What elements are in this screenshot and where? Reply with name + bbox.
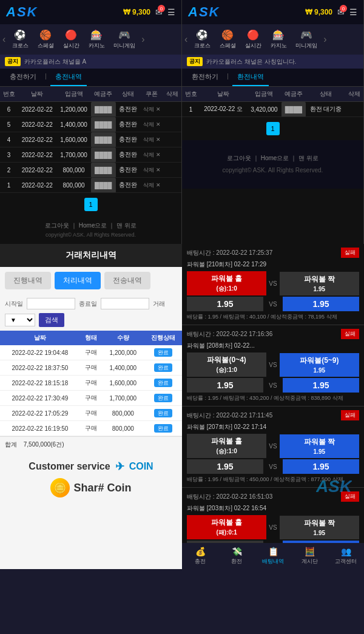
col-status: 상태: [116, 87, 140, 102]
bet-fail-btn[interactable]: 실패: [341, 248, 359, 258]
bnav-refund[interactable]: 💸 환전: [218, 545, 255, 567]
col-delete: 삭제: [164, 87, 181, 102]
trans-table: 날짜 형태 수량 진행상태 2022-02-22 19:04:48 구매 1,2…: [0, 331, 182, 436]
bet-info: 배당률 : 1.95 / 배팅금액 : 40,100 / 예상적중금액 : 78…: [187, 313, 359, 321]
col-amount: 입금액: [56, 87, 91, 102]
right-special-icon: 🏀: [221, 29, 234, 41]
top-link[interactable]: 맨 위로: [116, 222, 136, 229]
special-icon: 🏀: [39, 29, 52, 41]
bet-round: 파워볼 [210회차] 02-22 17:29: [187, 260, 359, 269]
nav-cross[interactable]: ⚽ 크로스: [8, 28, 32, 51]
left-mail-btn[interactable]: ✉ 0: [155, 7, 163, 17]
ref-col-amount: 입금액: [247, 87, 281, 102]
type-select[interactable]: ▼: [5, 314, 35, 326]
coin-logo: 🪙 Shar# Coin: [7, 478, 175, 497]
minigame-icon: 🎮: [118, 29, 130, 41]
refund-table: 번호 날짜 입금액 예금주 상태 삭제 1 2022-02-22 오 3,420…: [182, 87, 363, 117]
right-notice: 공지 카카오플러스 채널은 사칭입니다.: [182, 55, 363, 69]
right-mail-btn[interactable]: ✉ 0: [337, 7, 345, 17]
page-1-btn[interactable]: 1: [84, 198, 98, 211]
tab-refund-history[interactable]: 환전내역: [232, 69, 269, 86]
right-nav-casino[interactable]: 🎰 카지노: [266, 28, 291, 51]
bet-numeric-row: 1.95 VS 1.95: [187, 297, 359, 311]
left-copyright: copyright© ASK. All Rights Reserved.: [5, 231, 177, 239]
bet-list: 배팅시간 : 2022-02-22 17:25:37 실패 파워볼 [210회차…: [182, 244, 364, 569]
table-row: 5 2022-02-22 1,400,000 ████ 충전완 삭제 ✕: [0, 117, 181, 132]
right-nav-cross[interactable]: ⚽ 크로스: [190, 28, 214, 51]
nav-special[interactable]: 🏀 스페셜: [33, 28, 58, 51]
right-nav-left-arrow[interactable]: ‹: [183, 34, 189, 45]
table-row: 6 2022-02-22 1,200,000 ████ 충전완 삭제 ✕: [0, 102, 181, 117]
mail-badge: 0: [158, 5, 165, 12]
ref-col-delete: 삭제: [346, 87, 363, 102]
nav-left-arrow[interactable]: ‹: [1, 34, 7, 45]
end-date-input[interactable]: [101, 298, 149, 309]
bnav-support[interactable]: 👥 고객센터: [328, 545, 364, 567]
home-odds: 파워볼 홀(승):1:0: [187, 434, 266, 458]
tab-refund[interactable]: 환전하기: [187, 69, 223, 86]
tc-status: 진행상태: [144, 331, 182, 345]
coin-icon: 🪙: [50, 478, 70, 497]
right-casino-icon: 🎰: [272, 29, 285, 41]
col-coupon: 쿠폰: [140, 87, 164, 102]
customer-service: Customer service ✈ COIN 🪙 Shar# Coin: [0, 453, 182, 505]
away-odds: 파워볼 짝1.95: [280, 272, 359, 295]
cs-label: Customer service: [29, 461, 110, 472]
nav-live[interactable]: 🔴 실시간: [59, 28, 83, 51]
right-live-icon: 🔴: [247, 29, 259, 41]
tab-transfer[interactable]: 전송내역: [104, 272, 150, 289]
bet-odds-row: 파워볼 홀(패):0:1 VS 파워볼 짝1.95: [187, 515, 359, 539]
trans-title: 거래처리내역: [0, 244, 182, 267]
left-coins: ₩ 9,300: [123, 8, 150, 16]
table-row: 2022-02-22 16:19:50 구매 800,000 완료: [0, 421, 182, 436]
bet-item: 배팅시간 : 2022-02-22 17:25:37 실패 파워볼 [210회차…: [182, 244, 364, 325]
right-nav-minigame[interactable]: 🎮 미니게임: [292, 28, 321, 51]
tab-charge[interactable]: 충전하기: [5, 69, 41, 86]
tc-date: 날짜: [0, 331, 80, 345]
search-button[interactable]: 검색: [39, 313, 64, 327]
bet-info: 배당률 : 1.95 / 배팅금액 : 430,200 / 예상적중금액 : 8…: [187, 394, 359, 402]
table-row: 1 2022-02-22 오 3,420,000 ████ 환전 대기중: [182, 102, 363, 117]
trans-tabs: 진행내역 처리내역 전송내역: [0, 267, 182, 294]
tab-charge-history[interactable]: 충전내역: [50, 69, 87, 86]
right-page-1-btn[interactable]: 1: [266, 122, 280, 135]
tc-amount: 수량: [103, 331, 144, 345]
bet-fail-btn[interactable]: 실패: [341, 491, 359, 502]
right-nav-right-arrow[interactable]: ›: [322, 34, 328, 45]
right-message-area: 로그아웃 ｜ Home으로 ｜ 맨 위로 copyright© ASK. All…: [182, 140, 363, 189]
ref-col-no: 번호: [182, 87, 200, 102]
tab-process[interactable]: 처리내역: [55, 272, 101, 289]
left-menu-btn[interactable]: ☰: [167, 7, 175, 17]
live-icon: 🔴: [65, 29, 77, 41]
right-nav-special[interactable]: 🏀 스페셜: [215, 28, 240, 51]
nav-right-arrow[interactable]: ›: [140, 34, 146, 45]
logout-link[interactable]: 로그아웃: [45, 222, 69, 229]
away-odds: 파워볼(5~9)1.95: [280, 353, 359, 377]
bnav-refund-icon: 💸: [232, 547, 242, 556]
away-odds: 파워볼 짝1.95: [280, 516, 359, 539]
nav-minigame[interactable]: 🎮 미니게임: [110, 28, 139, 51]
type-label: 거래: [153, 300, 165, 308]
vs-text: VS: [269, 524, 277, 531]
bet-fail-btn[interactable]: 실패: [341, 329, 359, 339]
tab-progress[interactable]: 진행내역: [5, 272, 51, 289]
table-row: 2022-02-22 17:05:29 구매 800,000 완료: [0, 406, 182, 421]
bet-fail-btn[interactable]: 실패: [341, 410, 359, 420]
nav-casino[interactable]: 🎰 카지노: [84, 28, 109, 51]
bottom-nav-bar: 💰 충전 💸 환전 📋 배팅내역 🧮 계시단 👥 고객센터: [182, 543, 364, 569]
start-date-input[interactable]: [27, 298, 75, 309]
coin-label: COIN: [129, 461, 153, 472]
ref-col-depositor: 예금주: [281, 87, 306, 102]
home-link[interactable]: Home으로: [79, 222, 107, 229]
right-message: 로그아웃 ｜ Home으로 ｜ 맨 위로 copyright© ASK. All…: [194, 152, 351, 177]
right-menu-btn[interactable]: ☰: [349, 7, 357, 17]
left-header-right: ₩ 9,300 ✉ 0 ☰: [123, 7, 175, 17]
vs-text: VS: [269, 443, 277, 450]
right-logo: ASK: [188, 4, 220, 20]
left-notice: 공지 카카오플러스 채널을 A: [0, 55, 181, 69]
right-nav-live[interactable]: 🔴 실시간: [241, 28, 265, 51]
bnav-betting[interactable]: 📋 배팅내역: [255, 545, 291, 567]
bet-round: 파워볼 [203회차] 02-22 16:54: [187, 504, 359, 513]
bnav-calc[interactable]: 🧮 계시단: [291, 545, 328, 567]
bnav-charge[interactable]: 💰 충전: [182, 545, 218, 567]
